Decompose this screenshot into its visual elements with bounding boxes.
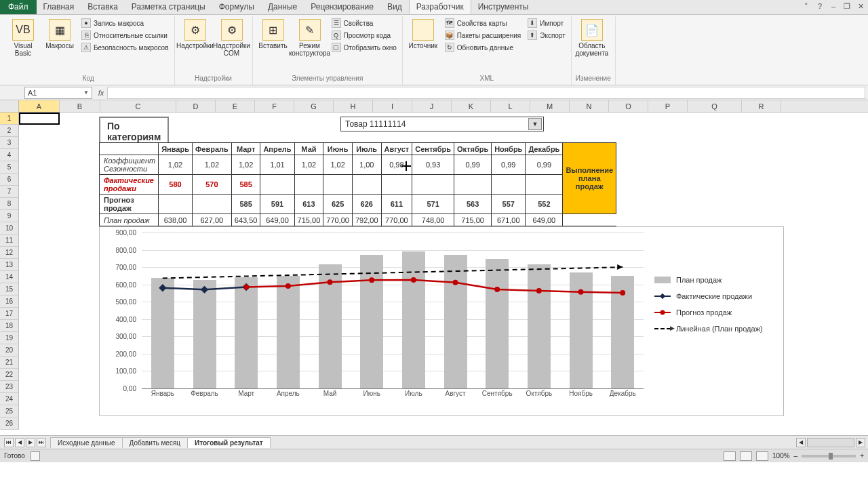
table-cell[interactable]: 626 <box>352 195 381 214</box>
col-header-M[interactable]: M <box>530 100 570 112</box>
table-cell[interactable] <box>352 175 381 195</box>
row-header-12[interactable]: 12 <box>0 247 19 259</box>
table-cell[interactable]: 552 <box>526 195 563 214</box>
table-cell[interactable]: 671,00 <box>492 214 526 226</box>
tab-Главная[interactable]: Главная <box>37 0 81 14</box>
table-cell[interactable]: 0,99 <box>454 155 492 175</box>
sheet-tab[interactable]: Добавить месяц <box>122 437 189 448</box>
table-cell[interactable]: 563 <box>454 195 492 214</box>
table-cell[interactable] <box>526 175 563 195</box>
table-cell[interactable]: 1,00 <box>352 155 381 175</box>
table-cell[interactable] <box>192 195 231 214</box>
tab-Вставка[interactable]: Вставка <box>81 0 125 14</box>
col-header-Q[interactable]: Q <box>688 100 742 112</box>
row-header-22[interactable]: 22 <box>0 369 19 381</box>
bar[interactable] <box>611 276 634 388</box>
row-header-18[interactable]: 18 <box>0 320 19 332</box>
table-cell[interactable]: 580 <box>159 175 193 195</box>
table-cell[interactable]: 649,00 <box>526 214 563 226</box>
ribbon-Пакеты расширения[interactable]: 📦Пакеты расширения <box>443 30 522 41</box>
col-header-B[interactable]: B <box>60 100 100 112</box>
row-header-21[interactable]: 21 <box>0 357 19 369</box>
row-header-24[interactable]: 24 <box>0 393 19 405</box>
zoom-out-icon[interactable]: – <box>794 452 798 460</box>
row-header-5[interactable]: 5 <box>0 161 19 174</box>
row-header-10[interactable]: 10 <box>0 222 19 235</box>
bar[interactable] <box>360 255 383 388</box>
table-cell[interactable]: 770,00 <box>381 214 412 226</box>
ribbon-Просмотр кода[interactable]: QПросмотр кода <box>330 30 398 41</box>
table-cell[interactable]: 1,02 <box>192 155 231 175</box>
row-header-7[interactable]: 7 <box>0 186 19 198</box>
col-header-H[interactable]: H <box>334 100 373 112</box>
sheet-nav-prev-icon[interactable]: ◀ <box>15 438 24 447</box>
table-cell[interactable]: 570 <box>192 175 231 195</box>
ribbon-Запись макроса[interactable]: ●Запись макроса <box>80 18 170 28</box>
horizontal-scrollbar[interactable]: ◀ ▶ <box>796 438 868 447</box>
row-header-4[interactable]: 4 <box>0 149 19 161</box>
bar[interactable] <box>402 251 425 388</box>
scroll-right-icon[interactable]: ▶ <box>856 438 865 447</box>
bar[interactable] <box>486 259 509 388</box>
table-cell[interactable]: 613 <box>294 195 323 214</box>
view-layout-icon[interactable] <box>740 451 752 461</box>
table-cell[interactable] <box>323 175 353 195</box>
ribbon-Импорт[interactable]: ⬇Импорт <box>526 18 567 28</box>
active-cell[interactable] <box>19 113 60 125</box>
table-cell[interactable]: 649,00 <box>260 214 294 226</box>
row-header-26[interactable]: 26 <box>0 418 19 430</box>
product-dropdown[interactable]: Товар 11111114 ▼ <box>340 117 544 131</box>
sales-chart[interactable]: 0,00100,00200,00300,00400,00500,00600,00… <box>99 226 784 416</box>
bar[interactable] <box>193 280 216 388</box>
table-cell[interactable]: 770,00 <box>323 214 353 226</box>
bar[interactable] <box>444 255 467 388</box>
sheet-tab[interactable]: Исходные данные <box>50 437 123 448</box>
table-cell[interactable]: 571 <box>412 195 454 214</box>
scroll-track[interactable] <box>807 438 854 447</box>
ribbon-collapse-icon[interactable]: ˄ <box>802 1 811 11</box>
macro-record-icon[interactable] <box>31 451 40 461</box>
tab-Формулы[interactable]: Формулы <box>212 0 261 14</box>
table-cell[interactable] <box>412 175 454 195</box>
row-header-16[interactable]: 16 <box>0 296 19 308</box>
table-cell[interactable]: 585 <box>231 195 260 214</box>
table-cell[interactable]: 1,02 <box>323 155 353 175</box>
bar[interactable] <box>528 264 551 388</box>
tab-Разработчик[interactable]: Разработчик <box>409 0 471 14</box>
view-break-icon[interactable] <box>756 451 768 461</box>
table-cell[interactable] <box>492 175 526 195</box>
ribbon-Вставить[interactable]: ⊞Вставить <box>257 18 290 51</box>
row-header-3[interactable]: 3 <box>0 137 19 149</box>
tab-Инструменты[interactable]: Инструменты <box>471 0 536 14</box>
table-cell[interactable]: 1,01 <box>260 155 294 175</box>
tab-Рецензирование[interactable]: Рецензирование <box>304 0 380 14</box>
ribbon-Обновить данные[interactable]: ↻Обновить данные <box>443 42 522 53</box>
bar[interactable] <box>235 277 258 388</box>
minimize-icon[interactable]: – <box>829 1 838 11</box>
table-cell[interactable]: 1,02 <box>294 155 323 175</box>
col-header-A[interactable]: A <box>19 100 60 112</box>
table-cell[interactable] <box>260 175 294 195</box>
col-header-P[interactable]: P <box>648 100 688 112</box>
table-cell[interactable]: 638,00 <box>159 214 193 226</box>
table-cell[interactable]: 0,99 <box>492 155 526 175</box>
table-cell[interactable]: 715,00 <box>294 214 323 226</box>
help-icon[interactable]: ? <box>815 1 825 11</box>
row-header-11[interactable]: 11 <box>0 235 19 247</box>
bar[interactable] <box>151 278 174 388</box>
table-cell[interactable]: 591 <box>260 195 294 214</box>
table-cell[interactable] <box>294 175 323 195</box>
zoom-slider[interactable] <box>802 455 856 458</box>
row-header-14[interactable]: 14 <box>0 271 19 283</box>
ribbon-Visual Basic[interactable]: VBVisual Basic <box>7 18 39 58</box>
chevron-down-icon[interactable]: ▼ <box>528 118 542 130</box>
sheet-nav-next-icon[interactable]: ▶ <box>26 438 35 447</box>
ribbon-Макросы[interactable]: ▦Макросы <box>43 18 76 51</box>
col-header-R[interactable]: R <box>742 100 781 112</box>
sheet-nav-last-icon[interactable]: ⏭ <box>37 438 46 447</box>
name-box[interactable]: A1 ▼ <box>24 87 92 99</box>
select-all-corner[interactable] <box>0 100 19 112</box>
table-cell[interactable]: 585 <box>231 175 260 195</box>
col-header-E[interactable]: E <box>216 100 255 112</box>
table-cell[interactable]: 643,50 <box>231 214 260 226</box>
